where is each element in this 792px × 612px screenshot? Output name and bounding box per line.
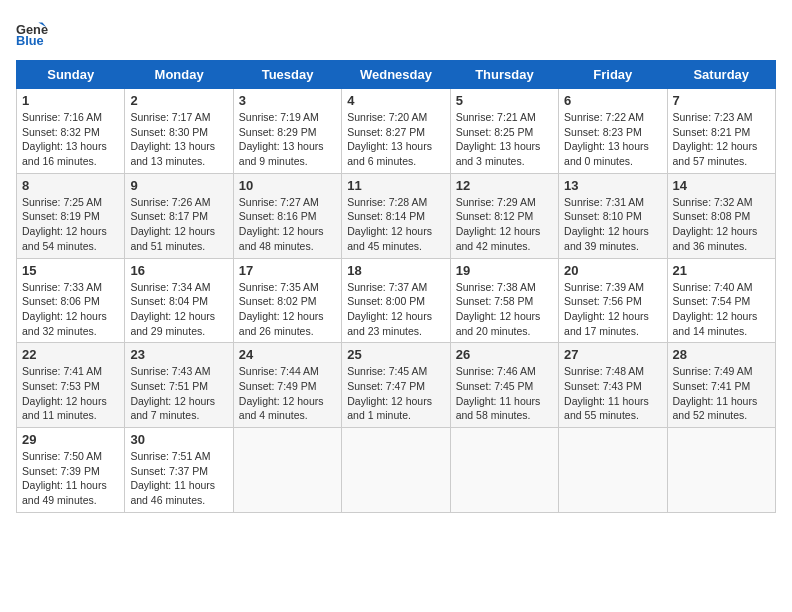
day-number: 17 <box>239 263 336 278</box>
day-number: 28 <box>673 347 770 362</box>
calendar-day-13: 13Sunrise: 7:31 AMSunset: 8:10 PMDayligh… <box>559 173 667 258</box>
day-number: 8 <box>22 178 119 193</box>
day-number: 5 <box>456 93 553 108</box>
calendar-day-14: 14Sunrise: 7:32 AMSunset: 8:08 PMDayligh… <box>667 173 775 258</box>
day-number: 1 <box>22 93 119 108</box>
day-detail: Sunrise: 7:16 AMSunset: 8:32 PMDaylight:… <box>22 110 119 169</box>
day-number: 29 <box>22 432 119 447</box>
calendar-day-1: 1Sunrise: 7:16 AMSunset: 8:32 PMDaylight… <box>17 89 125 174</box>
calendar-day-30: 30Sunrise: 7:51 AMSunset: 7:37 PMDayligh… <box>125 428 233 513</box>
calendar-day-10: 10Sunrise: 7:27 AMSunset: 8:16 PMDayligh… <box>233 173 341 258</box>
empty-cell <box>667 428 775 513</box>
calendar-day-17: 17Sunrise: 7:35 AMSunset: 8:02 PMDayligh… <box>233 258 341 343</box>
day-detail: Sunrise: 7:20 AMSunset: 8:27 PMDaylight:… <box>347 110 444 169</box>
day-detail: Sunrise: 7:28 AMSunset: 8:14 PMDaylight:… <box>347 195 444 254</box>
weekday-header-saturday: Saturday <box>667 61 775 89</box>
day-detail: Sunrise: 7:44 AMSunset: 7:49 PMDaylight:… <box>239 364 336 423</box>
day-number: 24 <box>239 347 336 362</box>
weekday-header-sunday: Sunday <box>17 61 125 89</box>
day-detail: Sunrise: 7:37 AMSunset: 8:00 PMDaylight:… <box>347 280 444 339</box>
day-detail: Sunrise: 7:46 AMSunset: 7:45 PMDaylight:… <box>456 364 553 423</box>
calendar-day-26: 26Sunrise: 7:46 AMSunset: 7:45 PMDayligh… <box>450 343 558 428</box>
day-detail: Sunrise: 7:34 AMSunset: 8:04 PMDaylight:… <box>130 280 227 339</box>
weekday-header-tuesday: Tuesday <box>233 61 341 89</box>
day-detail: Sunrise: 7:41 AMSunset: 7:53 PMDaylight:… <box>22 364 119 423</box>
day-number: 26 <box>456 347 553 362</box>
empty-cell <box>233 428 341 513</box>
logo-icon: General Blue <box>16 16 48 48</box>
day-number: 21 <box>673 263 770 278</box>
calendar-day-19: 19Sunrise: 7:38 AMSunset: 7:58 PMDayligh… <box>450 258 558 343</box>
day-detail: Sunrise: 7:19 AMSunset: 8:29 PMDaylight:… <box>239 110 336 169</box>
calendar-day-28: 28Sunrise: 7:49 AMSunset: 7:41 PMDayligh… <box>667 343 775 428</box>
calendar-day-21: 21Sunrise: 7:40 AMSunset: 7:54 PMDayligh… <box>667 258 775 343</box>
logo: General Blue <box>16 16 52 48</box>
day-number: 18 <box>347 263 444 278</box>
day-number: 22 <box>22 347 119 362</box>
calendar-day-18: 18Sunrise: 7:37 AMSunset: 8:00 PMDayligh… <box>342 258 450 343</box>
day-detail: Sunrise: 7:27 AMSunset: 8:16 PMDaylight:… <box>239 195 336 254</box>
weekday-header-friday: Friday <box>559 61 667 89</box>
day-detail: Sunrise: 7:17 AMSunset: 8:30 PMDaylight:… <box>130 110 227 169</box>
day-number: 23 <box>130 347 227 362</box>
day-detail: Sunrise: 7:23 AMSunset: 8:21 PMDaylight:… <box>673 110 770 169</box>
day-detail: Sunrise: 7:25 AMSunset: 8:19 PMDaylight:… <box>22 195 119 254</box>
calendar-day-7: 7Sunrise: 7:23 AMSunset: 8:21 PMDaylight… <box>667 89 775 174</box>
calendar-day-20: 20Sunrise: 7:39 AMSunset: 7:56 PMDayligh… <box>559 258 667 343</box>
day-number: 6 <box>564 93 661 108</box>
empty-cell <box>559 428 667 513</box>
day-number: 4 <box>347 93 444 108</box>
day-detail: Sunrise: 7:50 AMSunset: 7:39 PMDaylight:… <box>22 449 119 508</box>
day-detail: Sunrise: 7:32 AMSunset: 8:08 PMDaylight:… <box>673 195 770 254</box>
calendar-day-6: 6Sunrise: 7:22 AMSunset: 8:23 PMDaylight… <box>559 89 667 174</box>
day-number: 15 <box>22 263 119 278</box>
weekday-header-thursday: Thursday <box>450 61 558 89</box>
empty-cell <box>342 428 450 513</box>
day-number: 25 <box>347 347 444 362</box>
calendar-day-29: 29Sunrise: 7:50 AMSunset: 7:39 PMDayligh… <box>17 428 125 513</box>
day-number: 3 <box>239 93 336 108</box>
day-detail: Sunrise: 7:48 AMSunset: 7:43 PMDaylight:… <box>564 364 661 423</box>
day-detail: Sunrise: 7:51 AMSunset: 7:37 PMDaylight:… <box>130 449 227 508</box>
calendar-day-16: 16Sunrise: 7:34 AMSunset: 8:04 PMDayligh… <box>125 258 233 343</box>
day-number: 20 <box>564 263 661 278</box>
calendar-day-24: 24Sunrise: 7:44 AMSunset: 7:49 PMDayligh… <box>233 343 341 428</box>
empty-cell <box>450 428 558 513</box>
calendar-day-23: 23Sunrise: 7:43 AMSunset: 7:51 PMDayligh… <box>125 343 233 428</box>
day-number: 14 <box>673 178 770 193</box>
day-detail: Sunrise: 7:40 AMSunset: 7:54 PMDaylight:… <box>673 280 770 339</box>
calendar-day-27: 27Sunrise: 7:48 AMSunset: 7:43 PMDayligh… <box>559 343 667 428</box>
calendar-day-4: 4Sunrise: 7:20 AMSunset: 8:27 PMDaylight… <box>342 89 450 174</box>
calendar-day-22: 22Sunrise: 7:41 AMSunset: 7:53 PMDayligh… <box>17 343 125 428</box>
day-detail: Sunrise: 7:21 AMSunset: 8:25 PMDaylight:… <box>456 110 553 169</box>
day-number: 12 <box>456 178 553 193</box>
weekday-header-monday: Monday <box>125 61 233 89</box>
day-number: 9 <box>130 178 227 193</box>
day-detail: Sunrise: 7:22 AMSunset: 8:23 PMDaylight:… <box>564 110 661 169</box>
day-number: 7 <box>673 93 770 108</box>
page-header: General Blue <box>16 16 776 48</box>
day-number: 2 <box>130 93 227 108</box>
day-number: 19 <box>456 263 553 278</box>
day-number: 10 <box>239 178 336 193</box>
day-number: 13 <box>564 178 661 193</box>
calendar-day-12: 12Sunrise: 7:29 AMSunset: 8:12 PMDayligh… <box>450 173 558 258</box>
day-number: 27 <box>564 347 661 362</box>
day-number: 11 <box>347 178 444 193</box>
day-detail: Sunrise: 7:33 AMSunset: 8:06 PMDaylight:… <box>22 280 119 339</box>
svg-text:Blue: Blue <box>16 33 44 48</box>
calendar-day-3: 3Sunrise: 7:19 AMSunset: 8:29 PMDaylight… <box>233 89 341 174</box>
calendar-day-9: 9Sunrise: 7:26 AMSunset: 8:17 PMDaylight… <box>125 173 233 258</box>
calendar-day-11: 11Sunrise: 7:28 AMSunset: 8:14 PMDayligh… <box>342 173 450 258</box>
day-detail: Sunrise: 7:38 AMSunset: 7:58 PMDaylight:… <box>456 280 553 339</box>
day-detail: Sunrise: 7:31 AMSunset: 8:10 PMDaylight:… <box>564 195 661 254</box>
calendar-day-8: 8Sunrise: 7:25 AMSunset: 8:19 PMDaylight… <box>17 173 125 258</box>
calendar-day-2: 2Sunrise: 7:17 AMSunset: 8:30 PMDaylight… <box>125 89 233 174</box>
day-detail: Sunrise: 7:26 AMSunset: 8:17 PMDaylight:… <box>130 195 227 254</box>
day-detail: Sunrise: 7:49 AMSunset: 7:41 PMDaylight:… <box>673 364 770 423</box>
calendar-day-25: 25Sunrise: 7:45 AMSunset: 7:47 PMDayligh… <box>342 343 450 428</box>
day-detail: Sunrise: 7:39 AMSunset: 7:56 PMDaylight:… <box>564 280 661 339</box>
calendar-day-15: 15Sunrise: 7:33 AMSunset: 8:06 PMDayligh… <box>17 258 125 343</box>
calendar-table: SundayMondayTuesdayWednesdayThursdayFrid… <box>16 60 776 513</box>
day-detail: Sunrise: 7:35 AMSunset: 8:02 PMDaylight:… <box>239 280 336 339</box>
